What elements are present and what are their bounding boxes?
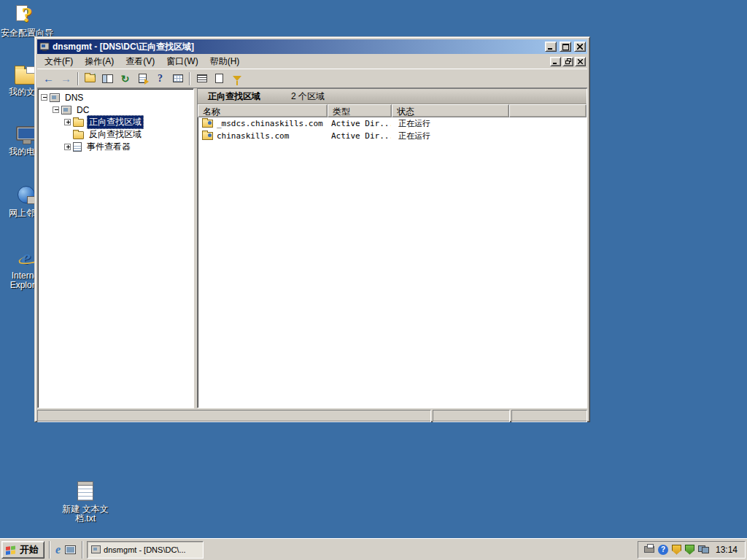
help-button[interactable]: ? bbox=[152, 71, 169, 87]
window-titlebar[interactable]: dnsmgmt - [DNS\DC\正向查找区域] bbox=[37, 39, 587, 54]
back-button[interactable]: ← bbox=[40, 71, 57, 87]
console-content: DNS DC 正向查找区域 反向查找区域 事件查看器 bbox=[37, 88, 587, 408]
tree-item-dc-server[interactable]: DC bbox=[38, 104, 193, 116]
up-arrow-icon: ↑ bbox=[93, 72, 97, 79]
refresh-button[interactable]: ↻ bbox=[117, 71, 133, 87]
start-button[interactable]: 开始 bbox=[1, 541, 44, 559]
list-view-icon bbox=[197, 74, 207, 82]
list-view-button[interactable] bbox=[193, 71, 210, 87]
forward-arrow-icon: → bbox=[61, 73, 71, 84]
folder-icon bbox=[73, 119, 84, 127]
help-icon: ? bbox=[158, 73, 163, 85]
dnsmgmt-window: dnsmgmt - [DNS\DC\正向查找区域] 文件(F) 操作(A) 查看… bbox=[34, 36, 590, 422]
tree-item-dns-root[interactable]: DNS bbox=[38, 91, 193, 104]
maximize-button[interactable] bbox=[560, 42, 571, 52]
dns-zone-icon bbox=[202, 132, 213, 140]
taskbar-window-label: dnsmgmt - [DNS\DC\... bbox=[104, 545, 185, 554]
column-header-type[interactable]: 类型 bbox=[328, 104, 392, 117]
text-document-icon bbox=[73, 478, 98, 503]
result-header: 正向查找区域 2 个区域 bbox=[198, 89, 587, 104]
zone-name: chinaskills.com bbox=[217, 131, 327, 141]
zone-status: 正在运行 bbox=[391, 118, 430, 129]
desktop-icon-security-config-wizard[interactable]: ? 安全配置向导 bbox=[1, 2, 53, 38]
new-document-icon bbox=[215, 74, 223, 83]
help-tray-icon[interactable]: ? bbox=[658, 545, 668, 555]
filter-button[interactable] bbox=[228, 71, 245, 87]
database-grid-icon bbox=[173, 74, 183, 82]
window-title: dnsmgmt - [DNS\DC\正向查找区域] bbox=[53, 41, 542, 53]
menu-help[interactable]: 帮助(H) bbox=[204, 54, 246, 69]
menu-file[interactable]: 文件(F) bbox=[39, 54, 79, 69]
zone-row-msdcs[interactable]: _msdcs.chinaskills.com Active Dir... 正在运… bbox=[198, 117, 587, 130]
security-alert-tray-icon[interactable] bbox=[672, 545, 681, 555]
desktop-icon-new-text-document[interactable]: 新建 文本文档.txt bbox=[59, 478, 112, 524]
result-header-count: 2 个区域 bbox=[291, 90, 325, 103]
taskbar-window-button[interactable]: dnsmgmt - [DNS\DC\... bbox=[87, 541, 204, 559]
menu-bar: 文件(F) 操作(A) 查看(V) 窗口(W) 帮助(H) bbox=[37, 54, 587, 69]
result-pane: 正向查找区域 2 个区域 名称 类型 状态 _msdcs.chinaskills… bbox=[197, 88, 587, 408]
printer-tray-icon[interactable] bbox=[644, 546, 654, 553]
zone-name: _msdcs.chinaskills.com bbox=[217, 119, 327, 128]
update-tray-icon[interactable] bbox=[685, 545, 694, 555]
status-pane bbox=[511, 410, 587, 422]
child-restore-button[interactable] bbox=[562, 57, 573, 66]
start-label: 开始 bbox=[20, 543, 39, 556]
column-header-row: 名称 类型 状态 bbox=[198, 104, 587, 117]
dns-console-icon bbox=[39, 42, 50, 52]
taskbar-clock[interactable]: 13:14 bbox=[716, 545, 738, 555]
status-pane bbox=[37, 410, 431, 422]
ie-quicklaunch-icon[interactable]: e bbox=[55, 543, 61, 556]
dns-console-mini-icon bbox=[91, 545, 101, 553]
zone-row-chinaskills[interactable]: chinaskills.com Active Dir... 正在运行 bbox=[198, 130, 587, 142]
system-tray: ? 13:14 bbox=[638, 541, 746, 559]
minimize-button[interactable] bbox=[545, 42, 557, 52]
filter-funnel-icon bbox=[233, 76, 241, 81]
dns-zone-icon bbox=[202, 120, 213, 128]
close-button[interactable] bbox=[574, 42, 586, 52]
collapse-toggle-icon[interactable] bbox=[53, 106, 59, 113]
zone-type: Active Dir... bbox=[327, 131, 391, 141]
tree-item-reverse-lookup-zones[interactable]: 反向查找区域 bbox=[38, 128, 193, 141]
result-header-title: 正向查找区域 bbox=[208, 90, 260, 103]
windows-flag-icon bbox=[5, 545, 17, 555]
refresh-icon: ↻ bbox=[121, 74, 130, 84]
export-arrow-icon bbox=[144, 79, 149, 85]
server-icon bbox=[61, 106, 71, 114]
database-view-button[interactable] bbox=[169, 71, 186, 87]
collapse-toggle-icon[interactable] bbox=[41, 94, 47, 101]
tree-item-event-viewer[interactable]: 事件查看器 bbox=[38, 141, 193, 153]
child-minimize-button[interactable] bbox=[550, 57, 561, 66]
console-tree-panes-icon bbox=[102, 74, 113, 83]
network-tray-icon[interactable] bbox=[698, 545, 709, 553]
expand-toggle-icon[interactable] bbox=[64, 144, 71, 150]
up-one-level-button[interactable]: ↑ bbox=[82, 71, 98, 87]
quick-launch: e bbox=[49, 541, 82, 559]
console-tree-pane: DNS DC 正向查找区域 反向查找区域 事件查看器 bbox=[37, 88, 194, 408]
zone-list: _msdcs.chinaskills.com Active Dir... 正在运… bbox=[198, 117, 587, 142]
desktop-icon-label: 新建 文本文档.txt bbox=[59, 505, 112, 524]
child-close-button[interactable] bbox=[575, 57, 586, 66]
zone-type: Active Dir... bbox=[327, 119, 391, 128]
toolbar-separator bbox=[189, 72, 190, 85]
status-bar bbox=[37, 410, 587, 422]
column-header-name[interactable]: 名称 bbox=[198, 104, 328, 117]
menu-action[interactable]: 操作(A) bbox=[79, 54, 120, 69]
toolbar: ← → ↑ ↻ ? bbox=[37, 69, 587, 88]
dns-root-icon bbox=[50, 93, 60, 102]
event-log-icon bbox=[73, 142, 82, 152]
desktop: { "icons": { "question_glyph": "?", "bac… bbox=[0, 0, 747, 560]
show-hide-console-tree-button[interactable] bbox=[99, 71, 116, 87]
tree-item-forward-lookup-zones[interactable]: 正向查找区域 bbox=[38, 116, 193, 128]
column-header-status[interactable]: 状态 bbox=[392, 104, 509, 117]
toolbar-separator bbox=[77, 72, 79, 85]
expand-toggle-icon[interactable] bbox=[64, 119, 71, 125]
new-record-button[interactable] bbox=[211, 71, 228, 87]
forward-button[interactable]: → bbox=[58, 71, 74, 87]
status-pane bbox=[433, 410, 510, 422]
export-list-button[interactable] bbox=[134, 71, 151, 87]
column-header-filler bbox=[509, 104, 587, 117]
tree-item-label: DC bbox=[74, 104, 91, 116]
show-desktop-icon[interactable] bbox=[65, 545, 76, 554]
menu-window[interactable]: 窗口(W) bbox=[160, 54, 204, 69]
menu-view[interactable]: 查看(V) bbox=[120, 54, 160, 69]
